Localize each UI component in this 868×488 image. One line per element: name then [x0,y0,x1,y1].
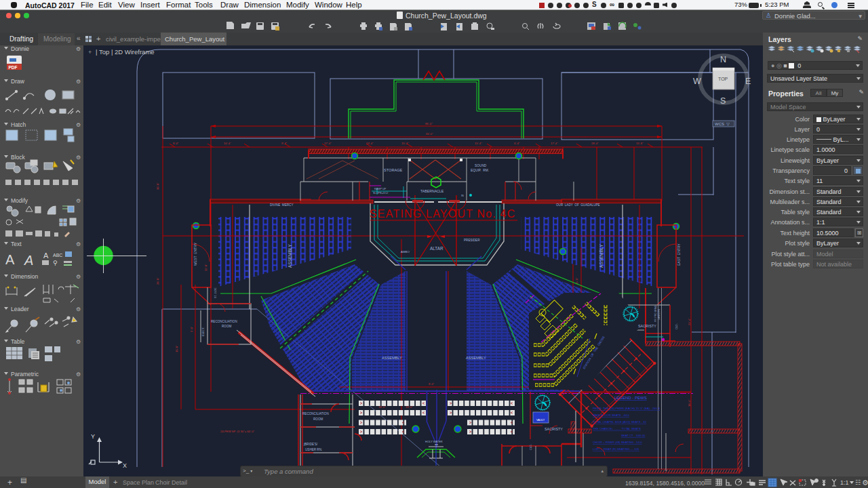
svg-text:⚙: ⚙ [76,79,81,85]
svg-text:MAIN FLOOR SEATS - 44.0: MAIN FLOOR SEATS - 44.0 [593,413,629,417]
svg-text:PRESIDER: PRESIDER [464,239,480,242]
svg-text:ROOM: ROOM [313,418,323,421]
svg-text:јBRIDE'S/: јBRIDE'S/ [303,443,318,446]
svg-text:⚙: ⚙ [76,306,81,312]
svg-text:RAMP UP: RAMP UP [374,188,387,190]
svg-text:+: + [88,49,92,56]
svg-text:⚙: ⚙ [76,155,81,161]
svg-text:ASSEMBLY: ASSEMBLY [382,356,402,360]
svg-text:EAST ENTRY: EAST ENTRY [677,243,681,266]
svg-text:WEST ENTRY: WEST ENTRY [193,242,197,266]
svg-text:⚙: ⚙ [76,46,81,52]
svg-text:Draw: Draw [11,78,25,85]
svg-text:Dimension: Dimension [11,273,38,280]
svg-text:CHOIR + RISER (48) SEATING - 5: CHOIR + RISER (48) SEATING - 54.0 [593,441,642,444]
svg-text:ROOM: ROOM [222,325,231,328]
svg-text:S: S [720,96,726,106]
svg-text:TOTAL CHAPEL SIDE (AVG) SEATS: TOTAL CHAPEL SIDE (AVG) SEATS - 32 [593,420,647,424]
svg-text:28'-8": 28'-8" [156,277,159,285]
svg-text:SOUND: SOUND [475,164,487,167]
svg-text:15'-4": 15'-4" [401,142,409,145]
svg-text:SACRISTY: SACRISTY [545,427,563,431]
svg-text:Block: Block [11,154,26,161]
svg-text:A: A [5,252,15,267]
svg-text:Y: Y [91,433,95,440]
svg-text:SEATING LAYOUT No. 4C: SEATING LAYOUT No. 4C [370,208,515,220]
svg-text:9'-4": 9'-4" [281,142,288,145]
svg-text:LANTERN: LANTERN [658,309,660,320]
svg-text:PDF: PDF [9,65,18,70]
svg-text:Text: Text [11,241,22,247]
svg-text:SACRISTY: SACRISTY [638,324,656,328]
svg-text:28'-4": 28'-4" [591,142,599,145]
svg-text:ALTAR: ALTAR [430,246,443,251]
svg-text:IN: IN [461,195,464,197]
svg-text:E: E [745,77,751,86]
svg-text:ST. JUDE: ST. JUDE [214,287,217,298]
svg-text:⚙: ⚙ [76,241,81,247]
svg-text:Hatch: Hatch [11,121,26,128]
svg-text:WCS ▽: WCS ▽ [715,122,730,126]
svg-text:ASSEMBLY: ASSEMBLY [288,244,292,268]
svg-text:18'-4": 18'-4" [688,399,691,407]
svg-text:10'-4": 10'-4" [224,142,231,145]
svg-text:SEAT CT. - 640.00: SEAT CT. - 640.00 [621,434,646,437]
svg-text:13'-4": 13'-4" [366,142,374,145]
svg-text:RECONCILIATION: RECONCILIATION [302,412,329,415]
svg-text:A: A [24,253,33,268]
svg-text:LEGEND - PEWS: LEGEND - PEWS [614,396,647,400]
svg-text:⚙: ⚙ [76,339,81,345]
svg-text:15'-4": 15'-4" [475,142,482,145]
svg-text:Modify: Modify [11,197,28,204]
svg-text:36'-8": 36'-8" [156,182,159,190]
svg-text:⚲: ⚲ [53,260,58,266]
svg-text:86'-0": 86'-0" [425,122,433,125]
svg-text:17'-4": 17'-4" [551,142,558,145]
svg-text:AMBO: AMBO [401,250,410,253]
svg-text:EQUIP. RM.: EQUIP. RM. [471,169,489,172]
svg-text:8'-0": 8'-0" [173,142,179,145]
svg-text:1:1: 1:1 [840,479,849,486]
svg-text:LOFT + REAR (R) SEATING --- 10: LOFT + REAR (R) SEATING --- 105 [593,447,639,451]
svg-text:OUR LADY OF GUADALUPE: OUR LADY OF GUADALUPE [556,203,600,207]
svg-text:THE CHANCEL ------- TOTAL SEAT: THE CHANCEL ------- TOTAL SEATS [593,427,641,430]
svg-text:VAULT: VAULT [536,418,545,422]
svg-text:W: W [693,77,701,86]
svg-text:⚙: ⚙ [76,274,81,280]
svg-text:ASSEMBLY: ASSEMBLY [466,356,486,360]
svg-text:HOLY WATER: HOLY WATER [425,440,443,443]
svg-text:⚙: ⚙ [76,371,81,378]
svg-text:N: N [720,55,726,64]
svg-text:A: A [43,251,49,260]
svg-text:Table: Table [11,338,25,345]
svg-text:USHER RN.: USHER RN. [305,448,322,451]
svg-text:PR. PRO BRAD: PR. PRO BRAD [654,305,657,322]
svg-text:⚙: ⚙ [76,122,81,128]
svg-text:9'-8": 9'-8" [190,326,193,332]
svg-text:| Top | 2D Wireframe: | Top | 2D Wireframe [96,48,155,56]
svg-text:Parametric: Parametric [11,371,39,378]
svg-text:Donnie: Donnie [11,45,29,52]
svg-text:☷: ☷ [855,479,861,486]
svg-text:TABERNACLE: TABERNACLE [420,189,444,193]
svg-text:STORAGE: STORAGE [384,168,403,172]
svg-text:⚙: ⚙ [862,479,868,487]
svg-text:CLO.: CLO. [675,323,678,329]
svg-text:CLO.: CLO. [530,444,532,450]
svg-text:TOP: TOP [718,77,728,81]
svg-text:PEWS: THE (24) PEWS (EACH) 15': PEWS: THE (24) PEWS (EACH) 15'-5" (EA) -… [593,407,660,410]
svg-text:21'-4": 21'-4" [688,318,691,325]
svg-text:65'-0": 65'-0" [426,132,433,136]
svg-text:24-PEW SP. @ 30"= 60'-0": 24-PEW SP. @ 30"= 60'-0" [220,430,254,433]
svg-text:16'-8": 16'-8" [175,345,178,352]
svg-text:ABC: ABC [53,253,62,258]
svg-text:Leader: Leader [11,306,29,312]
svg-text:17'-4": 17'-4" [324,142,332,145]
svg-text:8'-0": 8'-0" [429,382,435,386]
svg-text:ASSEMBLY: ASSEMBLY [599,244,604,268]
svg-text:DIVINE MERCY: DIVINE MERCY [270,203,293,207]
svg-text:ELECT.: ELECT. [201,327,205,336]
svg-text:SLOPE=3:12: SLOPE=3:12 [373,192,388,195]
svg-text:6'-4": 6'-4" [514,142,520,145]
svg-text:RECONCILIATION: RECONCILIATION [211,320,237,323]
